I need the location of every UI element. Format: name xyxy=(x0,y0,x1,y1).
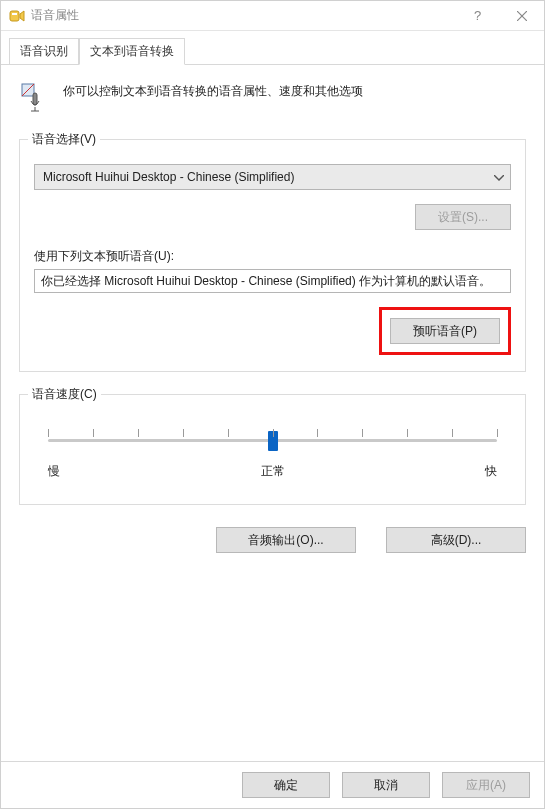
tab-content: 你可以控制文本到语音转换的语音属性、速度和其他选项 语音选择(V) Micros… xyxy=(1,65,544,761)
cancel-button[interactable]: 取消 xyxy=(342,772,430,798)
ok-button[interactable]: 确定 xyxy=(242,772,330,798)
voice-select-group: 语音选择(V) Microsoft Huihui Desktop - Chine… xyxy=(19,139,526,372)
voice-speed-slider[interactable] xyxy=(48,425,497,455)
voice-select-dropdown[interactable]: Microsoft Huihui Desktop - Chinese (Simp… xyxy=(34,164,511,190)
window-title: 语音属性 xyxy=(31,7,79,24)
audio-output-button[interactable]: 音频输出(O)... xyxy=(216,527,356,553)
slider-tick xyxy=(93,429,94,437)
svg-rect-7 xyxy=(33,93,37,105)
titlebar: 语音属性 ? xyxy=(1,1,544,31)
tts-icon xyxy=(19,81,51,113)
chevron-down-icon xyxy=(494,170,504,184)
help-button[interactable]: ? xyxy=(454,1,499,31)
slider-tick xyxy=(452,429,453,437)
intro-row: 你可以控制文本到语音转换的语音属性、速度和其他选项 xyxy=(19,79,526,113)
speed-label-fast: 快 xyxy=(485,463,497,480)
speech-app-icon xyxy=(9,8,25,24)
close-button[interactable] xyxy=(499,1,544,31)
voice-speed-group: 语音速度(C) 慢 正常 快 xyxy=(19,394,526,505)
preview-text-label: 使用下列文本预听语音(U): xyxy=(34,248,511,265)
slider-tick xyxy=(317,429,318,437)
svg-text:?: ? xyxy=(474,9,481,23)
dialog-footer: 确定 取消 应用(A) xyxy=(1,761,544,808)
voice-select-legend: 语音选择(V) xyxy=(28,131,100,148)
slider-tick xyxy=(48,429,49,437)
speed-label-slow: 慢 xyxy=(48,463,60,480)
voice-select-value: Microsoft Huihui Desktop - Chinese (Simp… xyxy=(43,170,294,184)
preview-text-input[interactable]: 你已经选择 Microsoft Huihui Desktop - Chinese… xyxy=(34,269,511,293)
intro-text: 你可以控制文本到语音转换的语音属性、速度和其他选项 xyxy=(63,79,363,100)
slider-tick xyxy=(362,429,363,437)
slider-tick xyxy=(497,429,498,437)
advanced-button[interactable]: 高级(D)... xyxy=(386,527,526,553)
slider-tick xyxy=(273,429,274,437)
slider-tick xyxy=(228,429,229,437)
slider-tick xyxy=(138,429,139,437)
tab-bar: 语音识别 文本到语音转换 xyxy=(1,31,544,65)
svg-rect-1 xyxy=(12,13,17,15)
svg-rect-0 xyxy=(10,11,19,21)
tab-text-to-speech[interactable]: 文本到语音转换 xyxy=(79,38,185,65)
preview-voice-button[interactable]: 预听语音(P) xyxy=(390,318,500,344)
close-icon xyxy=(517,11,527,21)
apply-button[interactable]: 应用(A) xyxy=(442,772,530,798)
speed-label-normal: 正常 xyxy=(261,463,285,480)
slider-tick xyxy=(407,429,408,437)
preview-text-value: 你已经选择 Microsoft Huihui Desktop - Chinese… xyxy=(41,273,491,290)
voice-speed-legend: 语音速度(C) xyxy=(28,386,101,403)
preview-voice-highlight: 预听语音(P) xyxy=(379,307,511,355)
tab-speech-recognition[interactable]: 语音识别 xyxy=(9,38,79,65)
slider-tick xyxy=(183,429,184,437)
voice-settings-button[interactable]: 设置(S)... xyxy=(415,204,511,230)
